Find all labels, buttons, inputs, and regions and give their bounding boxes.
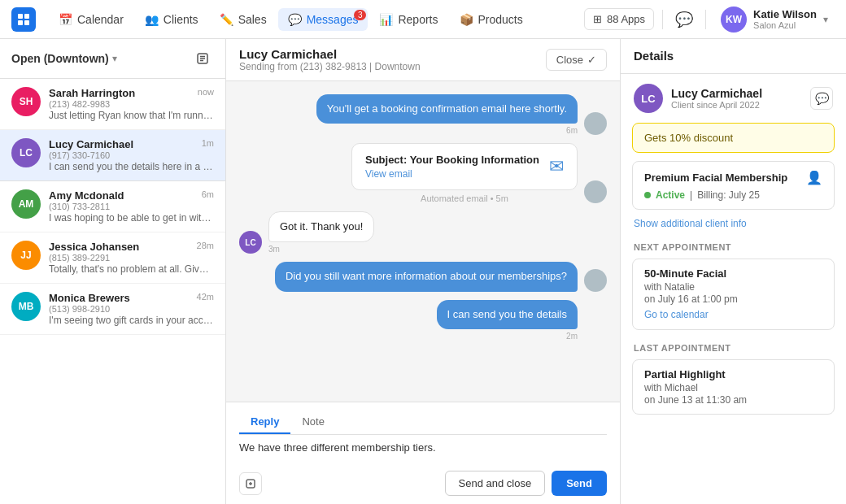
- list-item[interactable]: JJ Jessica Johansen 28m (815) 389-2291 T…: [0, 232, 225, 284]
- conv-name: Sarah Harrington: [49, 87, 135, 99]
- message-bubble: Did you still want more information abou…: [275, 262, 578, 291]
- appt-with: with Michael: [644, 382, 822, 393]
- conv-list-title: Open (Downtown): [11, 52, 109, 65]
- message-time: 2m: [437, 332, 578, 341]
- go-to-calendar-link[interactable]: Go to calendar: [644, 309, 709, 320]
- message-bubble: You'll get a booking confirmation email …: [316, 94, 578, 124]
- compose-input[interactable]: We have three different membership tiers…: [239, 441, 607, 464]
- svg-rect-2: [18, 20, 23, 25]
- membership-title: Premium Facial Membership: [644, 172, 787, 184]
- svg-rect-3: [24, 20, 29, 25]
- clients-icon: 👥: [145, 13, 159, 26]
- open-dropdown-button[interactable]: Open (Downtown) ▾: [11, 52, 117, 65]
- list-item[interactable]: MB Monica Brewers 42m (513) 998-2910 I'm…: [0, 284, 225, 335]
- details-panel: Details LC Lucy Carmichael Client since …: [620, 39, 846, 504]
- list-item[interactable]: SH Sarah Harrington now (213) 482-9983 J…: [0, 79, 225, 130]
- show-more-link[interactable]: Show additional client info: [621, 215, 846, 237]
- nav-item-products[interactable]: 📦 Products: [450, 8, 533, 31]
- close-label: Close: [556, 54, 583, 66]
- avatar: KW: [721, 7, 747, 33]
- attach-button[interactable]: [239, 472, 262, 495]
- avatar: AM: [11, 189, 41, 219]
- conv-time: 1m: [202, 138, 214, 150]
- message-client-button[interactable]: 💬: [810, 87, 833, 110]
- appt-on: on June 13 at 11:30 am: [644, 394, 822, 406]
- compose-area: Reply Note We have three different membe…: [226, 402, 620, 504]
- tab-reply[interactable]: Reply: [239, 411, 290, 434]
- conv-time: now: [198, 87, 214, 99]
- membership-status-row: Active | Billing: July 25: [644, 189, 822, 201]
- email-card: Subject: Your Booking Information View e…: [351, 143, 578, 190]
- chevron-down-icon: ▾: [823, 14, 828, 25]
- appt-name: 50-Minute Facial: [644, 267, 822, 280]
- message-row: LC Got it. Thank you! 3m: [239, 211, 607, 254]
- avatar: [584, 112, 607, 135]
- details-client: LC Lucy Carmichael Client since April 20…: [621, 74, 846, 123]
- conv-name: Jessica Johansen: [49, 241, 139, 253]
- calendar-icon: 📅: [59, 13, 72, 26]
- conv-phone: (213) 482-9983: [49, 99, 214, 109]
- compose-icon: [196, 52, 209, 65]
- send-and-close-button[interactable]: Send and close: [445, 471, 546, 496]
- nav-item-reports[interactable]: 📊 Reports: [369, 8, 447, 31]
- conv-phone: (815) 389-2291: [49, 253, 214, 263]
- nav-right: ⊞ 88 Apps 💬 KW Katie Wilson Salon Azul ▾: [584, 3, 835, 36]
- avatar: LC: [239, 231, 262, 254]
- membership-person-icon: 👤: [806, 170, 822, 185]
- conv-name: Monica Brewers: [49, 292, 130, 304]
- app-logo[interactable]: [11, 7, 36, 32]
- tab-note[interactable]: Note: [290, 411, 335, 434]
- details-header: Details: [621, 39, 846, 74]
- email-view-link[interactable]: View email: [365, 168, 539, 180]
- messages-icon: 💬: [288, 13, 302, 26]
- conv-preview: I'm seeing two gift cards in your accoun…: [49, 315, 214, 326]
- nav-item-sales[interactable]: ✏️ Sales: [210, 8, 277, 31]
- list-item[interactable]: AM Amy Mcdonald 6m (310) 733-2811 I was …: [0, 181, 225, 232]
- conv-phone: (513) 998-2910: [49, 304, 214, 314]
- email-icon: ✉: [549, 156, 564, 177]
- list-item[interactable]: LC Lucy Carmichael 1m (917) 330-7160 I c…: [0, 130, 225, 181]
- chat-area: Lucy Carmichael Sending from (213) 382-9…: [226, 39, 620, 504]
- message-row: You'll get a booking confirmation email …: [239, 94, 607, 135]
- send-button[interactable]: Send: [552, 471, 607, 496]
- avatar: LC: [634, 84, 663, 113]
- nav-separator: [662, 10, 663, 29]
- avatar: LC: [11, 138, 41, 167]
- reports-icon: 📊: [379, 13, 393, 26]
- message-bubble: Got it. Thank you!: [268, 211, 374, 242]
- compose-actions: Send and close Send: [445, 471, 607, 496]
- conversation-list: Open (Downtown) ▾ SH Sarah Harrington no…: [0, 39, 226, 504]
- compose-footer: Send and close Send: [239, 471, 607, 496]
- user-avatar-button[interactable]: KW Katie Wilson Salon Azul ▾: [714, 3, 835, 36]
- conv-name: Amy Mcdonald: [49, 189, 124, 202]
- conv-time: 28m: [197, 241, 214, 253]
- appt-on: on July 16 at 1:00 pm: [644, 293, 822, 305]
- automated-note: Automated email • 5m: [351, 193, 578, 203]
- next-appointment-card: 50-Minute Facial with Natalie on July 16…: [632, 259, 835, 330]
- conv-time: 42m: [197, 292, 214, 304]
- messages-badge: 3: [354, 10, 367, 20]
- message-time: 3m: [268, 245, 374, 254]
- apps-button[interactable]: ⊞ 88 Apps: [584, 8, 654, 30]
- nav-item-clients[interactable]: 👥 Clients: [135, 8, 208, 31]
- message-bubble: I can send you the details: [437, 300, 578, 329]
- appt-name: Partial Highlight: [644, 368, 822, 380]
- products-icon: 📦: [460, 13, 473, 26]
- nav-item-messages[interactable]: 💬 Messages 3: [278, 8, 368, 31]
- nav-item-calendar[interactable]: 📅 Calendar: [49, 8, 133, 31]
- conv-name: Lucy Carmichael: [49, 138, 133, 150]
- compose-button[interactable]: [191, 47, 214, 70]
- svg-rect-1: [24, 14, 29, 19]
- conv-time: 6m: [202, 189, 214, 202]
- close-button[interactable]: Close ✓: [546, 49, 607, 71]
- last-appointment-card: Partial Highlight with Michael on June 1…: [632, 359, 835, 415]
- email-subject: Subject: Your Booking Information: [365, 154, 539, 166]
- section-label: Last appointment: [634, 343, 833, 353]
- membership-status: Active: [656, 189, 685, 201]
- conv-preview: Just letting Ryan know that I'm running …: [49, 110, 214, 121]
- conv-items-list: SH Sarah Harrington now (213) 482-9983 J…: [0, 79, 225, 504]
- conv-preview: I was hoping to be able to get in with M…: [49, 212, 214, 224]
- notifications-button[interactable]: 💬: [671, 7, 697, 33]
- apps-icon: ⊞: [593, 13, 602, 25]
- attach-icon: [245, 478, 256, 489]
